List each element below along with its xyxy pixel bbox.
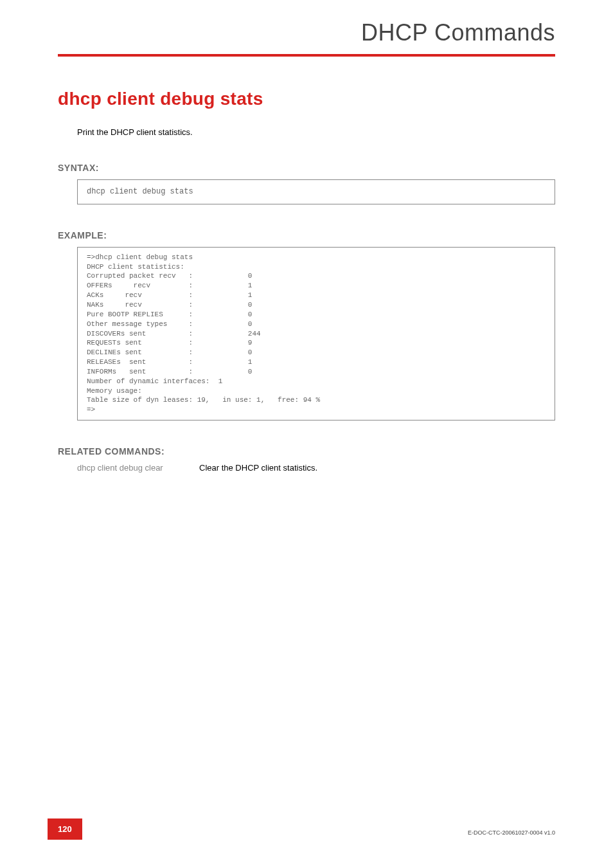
syntax-label: SYNTAX: xyxy=(58,163,555,173)
example-code: =>dhcp client debug stats DHCP client st… xyxy=(77,247,555,420)
document-id: E-DOC-CTC-20061027-0004 v1.0 xyxy=(468,829,555,836)
related-commands-table: dhcp client debug clear Clear the DHCP c… xyxy=(77,463,555,473)
related-row: dhcp client debug clear Clear the DHCP c… xyxy=(77,463,555,473)
command-title: dhcp client debug stats xyxy=(58,89,555,109)
command-description: Print the DHCP client statistics. xyxy=(77,127,555,137)
page-header-title: DHCP Commands xyxy=(58,19,555,54)
related-command-desc: Clear the DHCP client statistics. xyxy=(199,463,317,473)
example-label: EXAMPLE: xyxy=(58,230,555,240)
page-number: 120 xyxy=(48,818,82,840)
syntax-code: dhcp client debug stats xyxy=(77,179,555,204)
related-command-name: dhcp client debug clear xyxy=(77,463,199,473)
related-label: RELATED COMMANDS: xyxy=(58,446,555,457)
